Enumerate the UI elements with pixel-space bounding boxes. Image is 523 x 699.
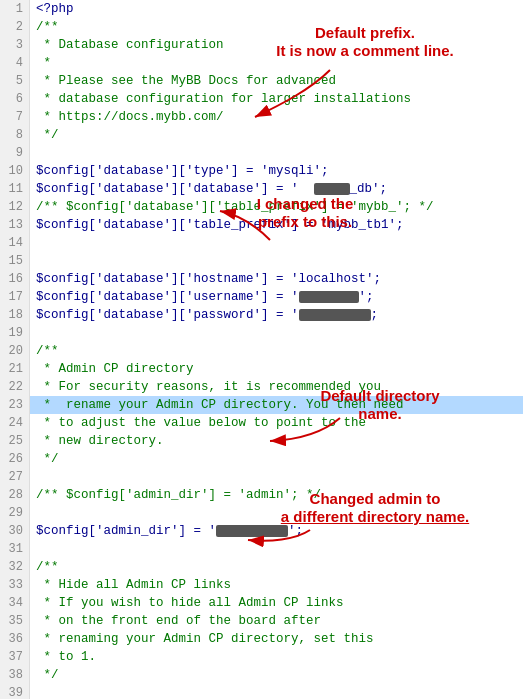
code-line: 20/**: [0, 342, 523, 360]
line-number: 12: [0, 198, 30, 216]
line-number: 33: [0, 576, 30, 594]
line-text: * Database configuration: [30, 36, 224, 54]
line-number: 38: [0, 666, 30, 684]
line-number: 15: [0, 252, 30, 270]
line-number: 31: [0, 540, 30, 558]
code-line: 1<?php: [0, 0, 523, 18]
line-number: 5: [0, 72, 30, 90]
line-number: 25: [0, 432, 30, 450]
line-text: * https://docs.mybb.com/: [30, 108, 224, 126]
line-number: 11: [0, 180, 30, 198]
code-line: 8 */: [0, 126, 523, 144]
line-number: 20: [0, 342, 30, 360]
annotation-default-prefix: Default prefix. It is now a comment line…: [265, 24, 465, 60]
line-text: <?php: [30, 0, 74, 18]
line-text: * to 1.: [30, 648, 96, 666]
line-number: 7: [0, 108, 30, 126]
line-number: 22: [0, 378, 30, 396]
line-number: 3: [0, 36, 30, 54]
line-text: */: [30, 666, 59, 684]
line-number: 26: [0, 450, 30, 468]
code-line: 33 * Hide all Admin CP links: [0, 576, 523, 594]
code-line: 7 * https://docs.mybb.com/: [0, 108, 523, 126]
line-number: 1: [0, 0, 30, 18]
line-text: * Admin CP directory: [30, 360, 194, 378]
code-line: 31: [0, 540, 523, 558]
line-text: * If you wish to hide all Admin CP links: [30, 594, 344, 612]
line-text: * Please see the MyBB Docs for advanced: [30, 72, 336, 90]
code-line: 5 * Please see the MyBB Docs for advance…: [0, 72, 523, 90]
code-line: 6 * database configuration for larger in…: [0, 90, 523, 108]
code-line: 38 */: [0, 666, 523, 684]
line-number: 32: [0, 558, 30, 576]
code-line: 27: [0, 468, 523, 486]
line-text: $config['database']['username'] = ' ';: [30, 288, 374, 306]
line-number: 30: [0, 522, 30, 540]
code-line: 26 */: [0, 450, 523, 468]
line-number: 37: [0, 648, 30, 666]
code-line: 9: [0, 144, 523, 162]
line-text: /**: [30, 18, 59, 36]
line-text: * database configuration for larger inst…: [30, 90, 411, 108]
line-number: 36: [0, 630, 30, 648]
code-line: 21 * Admin CP directory: [0, 360, 523, 378]
code-line: 19: [0, 324, 523, 342]
annotation-default-dir: Default directory name.: [280, 387, 480, 423]
line-number: 39: [0, 684, 30, 699]
line-text: */: [30, 450, 59, 468]
code-line: 37 * to 1.: [0, 648, 523, 666]
line-number: 23: [0, 396, 30, 414]
line-number: 27: [0, 468, 30, 486]
line-number: 13: [0, 216, 30, 234]
code-line: 16$config['database']['hostname'] = 'loc…: [0, 270, 523, 288]
line-text: /**: [30, 342, 59, 360]
line-number: 29: [0, 504, 30, 522]
line-number: 18: [0, 306, 30, 324]
line-text: /**: [30, 558, 59, 576]
line-text: * new directory.: [30, 432, 164, 450]
code-line: 25 * new directory.: [0, 432, 523, 450]
line-number: 28: [0, 486, 30, 504]
code-line: 18$config['database']['password'] = ' ;: [0, 306, 523, 324]
line-text: */: [30, 126, 59, 144]
line-number: 19: [0, 324, 30, 342]
line-number: 34: [0, 594, 30, 612]
line-number: 17: [0, 288, 30, 306]
annotation-changed-admin: Changed admin to a different directory n…: [255, 490, 495, 526]
code-line: 32/**: [0, 558, 523, 576]
code-line: 34 * If you wish to hide all Admin CP li…: [0, 594, 523, 612]
line-number: 2: [0, 18, 30, 36]
code-line: 10$config['database']['type'] = 'mysqli'…: [0, 162, 523, 180]
line-number: 8: [0, 126, 30, 144]
line-text: $config['database']['password'] = ' ;: [30, 306, 378, 324]
code-line: 36 * renaming your Admin CP directory, s…: [0, 630, 523, 648]
line-number: 9: [0, 144, 30, 162]
line-number: 6: [0, 90, 30, 108]
code-line: 15: [0, 252, 523, 270]
line-number: 14: [0, 234, 30, 252]
line-number: 35: [0, 612, 30, 630]
line-text: *: [30, 54, 51, 72]
code-line: 39: [0, 684, 523, 699]
code-line: 14: [0, 234, 523, 252]
annotation-changed-prefix: I changed the prefix to this.: [210, 195, 400, 231]
code-container: Default prefix. It is now a comment line…: [0, 0, 523, 699]
code-line: 17$config['database']['username'] = ' ';: [0, 288, 523, 306]
line-number: 21: [0, 360, 30, 378]
line-number: 10: [0, 162, 30, 180]
line-number: 4: [0, 54, 30, 72]
code-line: 35 * on the front end of the board after: [0, 612, 523, 630]
line-text: * renaming your Admin CP directory, set …: [30, 630, 374, 648]
line-number: 24: [0, 414, 30, 432]
line-number: 16: [0, 270, 30, 288]
line-text: $config['database']['type'] = 'mysqli';: [30, 162, 329, 180]
line-text: $config['database']['hostname'] = 'local…: [30, 270, 381, 288]
line-text: * on the front end of the board after: [30, 612, 321, 630]
line-text: * Hide all Admin CP links: [30, 576, 231, 594]
